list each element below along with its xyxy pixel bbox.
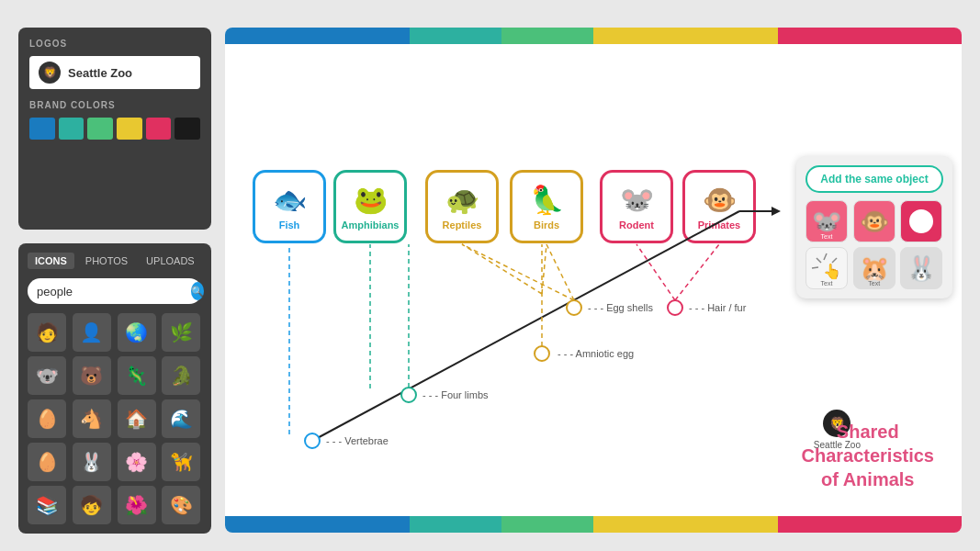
- animal-card-reptiles[interactable]: 🐢 Reptiles: [425, 170, 499, 243]
- panel-grid: 🐭 Text 🐵 👆 Text: [805, 200, 943, 289]
- amphibians-icon: 🐸: [354, 184, 388, 216]
- logo-icon: 🦁: [39, 62, 61, 84]
- bottom-bar: [225, 516, 962, 533]
- search-icon[interactable]: 🔍: [191, 282, 204, 300]
- color-swatch-6[interactable]: [175, 118, 200, 140]
- top-bar: [225, 28, 962, 44]
- bar-seg-1: [225, 28, 410, 44]
- icon-cell[interactable]: 🥚: [28, 399, 66, 438]
- icon-cell[interactable]: 🌸: [118, 443, 156, 481]
- bar-seg-b4: [593, 516, 778, 533]
- svg-line-18: [636, 244, 675, 300]
- icon-cell[interactable]: 🏠: [118, 399, 156, 438]
- panel-cell-hamster-photo[interactable]: 🐹 Text: [853, 247, 896, 289]
- logo-name: Seattle Zoo: [68, 66, 132, 80]
- tabs: ICONS PHOTOS UPLOADS: [28, 253, 202, 269]
- svg-point-8: [535, 346, 549, 361]
- icon-cell[interactable]: 📚: [28, 486, 66, 524]
- panel-cell-circle[interactable]: [900, 200, 942, 242]
- add-same-object-panel: Add the same object 🐭 Text 🐵: [796, 156, 952, 298]
- svg-line-23: [824, 253, 827, 260]
- tab-photos[interactable]: PHOTOS: [78, 253, 135, 269]
- fish-label: Fish: [279, 219, 300, 231]
- panel-cell-rodent[interactable]: 🐭 Text: [805, 200, 848, 242]
- rodent-icon: 🐭: [620, 184, 654, 216]
- color-swatch-1[interactable]: [29, 118, 55, 140]
- icon-cell[interactable]: 🎨: [162, 486, 200, 524]
- icon-cell[interactable]: 🌏: [118, 313, 156, 352]
- logos-label: LOGOS: [29, 39, 200, 49]
- icon-cell[interactable]: 🌿: [162, 313, 200, 352]
- birds-icon: 🦜: [530, 184, 564, 216]
- brand-colors: [29, 118, 200, 140]
- icon-cell[interactable]: 🌺: [118, 486, 156, 524]
- search-bar: 🔍: [28, 278, 202, 304]
- primates-icon: 🐵: [703, 184, 737, 216]
- bar-seg-2: [410, 28, 501, 44]
- svg-line-14: [462, 244, 574, 300]
- tab-icons[interactable]: ICONS: [28, 253, 74, 269]
- panel-cell-primate[interactable]: 🐵: [853, 200, 896, 242]
- svg-line-11: [542, 244, 546, 294]
- svg-line-0: [312, 211, 739, 441]
- fish-icon: 🐟: [273, 184, 307, 216]
- icon-cell[interactable]: 🥚: [28, 443, 66, 481]
- bar-seg-b3: [501, 516, 593, 533]
- icon-cell[interactable]: 🧑: [28, 313, 66, 352]
- svg-text:- - - Hair / fur: - - - Hair / fur: [689, 302, 747, 313]
- icon-grid: 🧑 👤 🌏 🌿 🐨 🐻 🦎 🐊 🥚 🐴 🏠 🌊 🥚 🐰 🌸 🦮 📚 🧒 🌺 🎨: [28, 313, 202, 524]
- svg-point-13: [567, 300, 581, 315]
- search-panel: ICONS PHOTOS UPLOADS 🔍 🧑 👤 🌏 🌿 🐨 🐻 🦎 🐊 🥚…: [18, 243, 211, 534]
- brand-colors-label: BRAND COLORS: [29, 100, 200, 110]
- icon-cell[interactable]: 🌊: [162, 399, 200, 438]
- reptiles-label: Reptiles: [443, 219, 482, 231]
- color-swatch-4[interactable]: [117, 118, 142, 140]
- svg-line-10: [462, 244, 542, 294]
- icon-cell[interactable]: 🐨: [28, 356, 66, 395]
- icon-cell[interactable]: 🐊: [162, 356, 200, 395]
- primates-label: Primates: [698, 219, 740, 231]
- icon-cell[interactable]: 🦮: [162, 443, 200, 481]
- icon-cell[interactable]: 🐻: [73, 356, 111, 395]
- bar-seg-b2: [410, 516, 501, 533]
- icon-cell[interactable]: 🐴: [73, 399, 111, 438]
- svg-text:- - - Vertebrae: - - - Vertebrae: [326, 435, 389, 446]
- animal-card-amphibians[interactable]: 🐸 Amphibians: [333, 170, 407, 243]
- icon-cell[interactable]: 🐰: [73, 443, 111, 481]
- animal-card-birds[interactable]: 🦜 Birds: [510, 170, 583, 243]
- icon-cell[interactable]: 🦎: [118, 356, 156, 395]
- svg-point-5: [401, 388, 416, 402]
- svg-text:- - - Egg shells: - - - Egg shells: [588, 302, 653, 313]
- panel-cell-rabbit-photo[interactable]: 🐰: [900, 247, 942, 289]
- logos-panel: LOGOS 🦁 Seattle Zoo BRAND COLORS: [18, 28, 211, 230]
- bar-seg-b1: [225, 516, 410, 533]
- shared-title: SharedCharacteristicsof Animals: [801, 420, 934, 491]
- svg-point-3: [305, 433, 320, 448]
- panel-cell-cursor[interactable]: 👆 Text: [805, 247, 848, 289]
- search-input[interactable]: [37, 285, 191, 298]
- icon-cell[interactable]: 🧒: [73, 486, 111, 524]
- tab-uploads[interactable]: UPLOADS: [139, 253, 202, 269]
- color-swatch-2[interactable]: [59, 118, 84, 140]
- svg-line-15: [546, 244, 574, 300]
- amphibians-label: Amphibians: [342, 219, 400, 231]
- bar-seg-5: [778, 28, 963, 44]
- svg-line-19: [675, 244, 719, 300]
- bar-seg-b5: [778, 516, 963, 533]
- rodent-label: Rodent: [619, 219, 654, 231]
- svg-text:- - - Amniotic egg: - - - Amniotic egg: [558, 348, 634, 359]
- bar-seg-4: [593, 28, 778, 44]
- main-canvas: 🐟 Fish 🐸 Amphibians 🐢 Reptiles 🦜 Birds 🐭…: [225, 28, 962, 533]
- svg-text:- - - Four limbs: - - - Four limbs: [422, 389, 489, 400]
- svg-line-24: [812, 267, 818, 268]
- animal-card-primates[interactable]: 🐵 Primates: [682, 170, 756, 243]
- svg-line-26: [832, 258, 837, 263]
- add-same-object-button[interactable]: Add the same object: [805, 165, 943, 193]
- animal-card-fish[interactable]: 🐟 Fish: [253, 170, 326, 243]
- icon-cell[interactable]: 👤: [73, 313, 111, 352]
- color-swatch-5[interactable]: [146, 118, 172, 140]
- logo-item[interactable]: 🦁 Seattle Zoo: [29, 56, 200, 89]
- color-swatch-3[interactable]: [87, 118, 113, 140]
- animal-card-rodent[interactable]: 🐭 Rodent: [600, 170, 673, 243]
- svg-marker-2: [772, 207, 781, 216]
